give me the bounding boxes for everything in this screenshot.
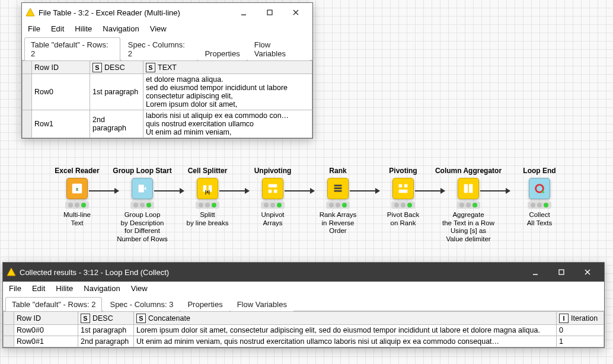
- node-caption: Pivot Back on Rank: [371, 211, 436, 228]
- data-table[interactable]: Row ID SDESC SConcatenate IIteration Row…: [3, 311, 604, 347]
- knime-app-icon: [7, 267, 16, 277]
- row-handle[interactable]: [23, 74, 32, 110]
- close-button[interactable]: [283, 3, 309, 22]
- node-body[interactable]: [327, 178, 349, 199]
- row-handle[interactable]: [4, 336, 14, 347]
- window-title: Collected results - 3:12 - Loop End (Col…: [20, 268, 169, 277]
- menu-hilite[interactable]: Hilite: [75, 24, 92, 33]
- agg-icon: [462, 182, 475, 195]
- cell-rowid[interactable]: Row1: [32, 110, 90, 138]
- node-column-aggregator[interactable]: Column Aggregator Aggregate the Text in …: [433, 167, 504, 244]
- menubar: File Edit Hilite Navigation View: [3, 282, 604, 296]
- tab-table[interactable]: Table "default" - Rows: 2: [24, 37, 120, 60]
- node-caption: Aggregate the Text in a Row Using [s] as…: [433, 211, 504, 244]
- node-cell-splitter[interactable]: Cell Splitter [a] Splitt by line breaks: [175, 167, 240, 227]
- node-body[interactable]: [262, 178, 283, 199]
- node-caption: Unpivot Arrays: [240, 211, 305, 228]
- node-pivoting[interactable]: Pivoting Pivot Back on Rank: [371, 167, 436, 227]
- col-desc-label: DESC: [104, 63, 125, 72]
- cell-text[interactable]: et dolore magna aliqua. sed do eiusmod t…: [143, 74, 312, 110]
- cell-desc[interactable]: 1st paragraph: [78, 325, 134, 336]
- svg-rect-20: [469, 184, 472, 193]
- svg-rect-11: [269, 190, 272, 193]
- node-body[interactable]: [a]: [197, 178, 218, 199]
- menu-edit[interactable]: Edit: [51, 24, 64, 33]
- string-type-icon: S: [92, 63, 102, 72]
- cell-desc[interactable]: 2nd paragraph: [90, 110, 143, 138]
- tab-spec[interactable]: Spec - Columns: 2: [122, 37, 197, 60]
- cell-iter[interactable]: 0: [557, 325, 604, 336]
- svg-rect-13: [334, 184, 342, 186]
- menu-file[interactable]: File: [9, 284, 21, 293]
- table-row[interactable]: Row1 2nd paragraph laboris nisi ut aliqu…: [23, 110, 312, 138]
- tab-properties[interactable]: Properties: [181, 297, 229, 311]
- close-button[interactable]: [574, 263, 601, 282]
- window-title: File Table - 3:2 - Excel Reader (Multi-l…: [39, 8, 180, 17]
- row-handle[interactable]: [4, 325, 14, 336]
- cell-iter[interactable]: 1: [557, 336, 604, 347]
- node-group-loop-start[interactable]: Group Loop Start Group Loop by Descripti…: [110, 167, 175, 244]
- svg-rect-15: [334, 190, 342, 192]
- table-row[interactable]: Row0#0 1st paragraph Lorem ipsum dolor s…: [4, 325, 604, 336]
- table-row[interactable]: Row0#1 2nd paragraph Ut enim ad minim ve…: [4, 336, 604, 347]
- menu-edit[interactable]: Edit: [32, 284, 45, 293]
- collected-results-window: Collected results - 3:12 - Loop End (Col…: [2, 262, 605, 348]
- node-body[interactable]: [529, 178, 550, 199]
- tab-spec[interactable]: Spec - Columns: 3: [103, 297, 180, 311]
- minimize-button[interactable]: [231, 3, 257, 22]
- tab-flow-variables[interactable]: Flow Variables: [248, 37, 310, 60]
- cell-rowid[interactable]: Row0#1: [14, 336, 78, 347]
- row-handle[interactable]: [23, 110, 32, 138]
- node-rank[interactable]: Rank Rank Arrays in Reverse Order: [305, 167, 371, 235]
- titlebar[interactable]: File Table - 3:2 - Excel Reader (Multi-l…: [22, 3, 312, 22]
- col-iteration[interactable]: IIteration: [557, 312, 604, 325]
- status-dots: [326, 202, 350, 209]
- node-body[interactable]: [458, 178, 479, 199]
- status-dots: [528, 202, 551, 209]
- col-rowid[interactable]: Row ID: [32, 61, 90, 74]
- node-loop-end[interactable]: Loop End Collect All Texts: [507, 167, 572, 227]
- string-type-icon: S: [146, 63, 155, 72]
- menu-view[interactable]: View: [150, 24, 167, 33]
- loop-close-icon: [533, 182, 546, 195]
- col-desc[interactable]: SDESC: [78, 312, 134, 325]
- cell-rowid[interactable]: Row0: [32, 74, 90, 110]
- cell-text[interactable]: laboris nisi ut aliquip ex ea commodo co…: [143, 110, 312, 138]
- col-text[interactable]: STEXT: [143, 61, 312, 74]
- node-caption: Splitt by line breaks: [175, 211, 240, 228]
- svg-rect-19: [464, 184, 468, 193]
- cell-concat[interactable]: Ut enim ad minim veniam, quis nostrud ex…: [134, 336, 557, 347]
- node-body[interactable]: x: [66, 178, 88, 199]
- node-body[interactable]: [132, 178, 153, 199]
- svg-text:[a]: [a]: [205, 190, 210, 194]
- menu-hilite[interactable]: Hilite: [56, 284, 73, 293]
- menu-view[interactable]: View: [131, 284, 148, 293]
- maximize-button[interactable]: [548, 263, 574, 282]
- tab-properties[interactable]: Properties: [198, 46, 246, 60]
- cell-rowid[interactable]: Row0#0: [14, 325, 78, 336]
- svg-rect-12: [274, 190, 277, 193]
- svg-text:x: x: [76, 186, 79, 191]
- data-table[interactable]: Row ID SDESC STEXT Row0 1st paragraph et…: [22, 60, 312, 138]
- col-rowid[interactable]: Row ID: [14, 312, 78, 325]
- cell-concat[interactable]: Lorem ipsum dolor sit amet, consectetur …: [134, 325, 557, 336]
- menu-navigation[interactable]: Navigation: [103, 24, 139, 33]
- tab-flow-variables[interactable]: Flow Variables: [231, 297, 293, 311]
- menu-file[interactable]: File: [28, 24, 40, 33]
- svg-rect-16: [399, 184, 403, 187]
- node-unpivoting[interactable]: Unpivoting Unpivot Arrays: [240, 167, 305, 227]
- titlebar[interactable]: Collected results - 3:12 - Loop End (Col…: [3, 263, 604, 282]
- maximize-button[interactable]: [257, 3, 283, 22]
- table-row[interactable]: Row0 1st paragraph et dolore magna aliqu…: [23, 74, 312, 110]
- tab-table[interactable]: Table "default" - Rows: 2: [5, 297, 102, 311]
- split-icon: [a]: [201, 182, 214, 195]
- cell-desc[interactable]: 2nd paragraph: [78, 336, 134, 347]
- menu-navigation[interactable]: Navigation: [84, 284, 120, 293]
- string-type-icon: S: [136, 314, 146, 323]
- node-excel-reader[interactable]: Excel Reader x Multi-line Text: [44, 167, 110, 227]
- col-concat[interactable]: SConcatenate: [134, 312, 557, 325]
- node-body[interactable]: [392, 178, 414, 199]
- col-desc[interactable]: SDESC: [90, 61, 143, 74]
- cell-desc[interactable]: 1st paragraph: [90, 74, 143, 110]
- minimize-button[interactable]: [522, 263, 548, 282]
